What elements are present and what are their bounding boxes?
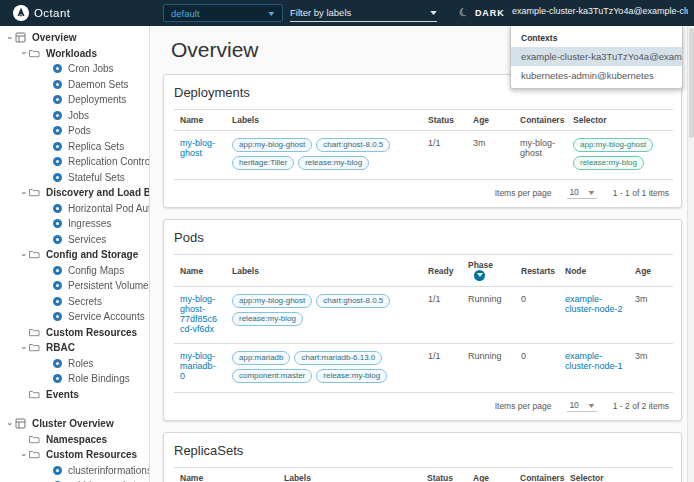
chevron-down-icon[interactable]: ›	[5, 418, 15, 429]
sidebar-item-replica-sets[interactable]: ›Replica Sets	[0, 139, 149, 155]
scrollbar[interactable]	[687, 26, 694, 482]
sidebar-item-role-bindings[interactable]: ›Role Bindings	[0, 371, 149, 387]
sidebar-item-cron-jobs[interactable]: ›Cron Jobs	[0, 61, 149, 77]
cell-text: 3m	[635, 351, 648, 361]
resource-link[interactable]: my-blog-ghost	[180, 138, 215, 158]
sidebar-item-deployments[interactable]: ›Deployments	[0, 92, 149, 108]
column-header-labels: Labels	[226, 110, 422, 131]
items-per-page-select[interactable]: 10▼	[567, 187, 596, 199]
folder-icon	[29, 343, 40, 352]
sidebar-item-jobs[interactable]: ›Jobs	[0, 108, 149, 124]
context-selector[interactable]: example-cluster-ka3TuTzYo4a@example-clus…	[507, 6, 688, 16]
app-header: Octant default ▼ ▼ ☾ DARK example-cluste…	[0, 0, 694, 26]
sidebar-item-label: Replica Sets	[68, 141, 124, 152]
sidebar-item-discovery-and-load-balancing[interactable]: ›Discovery and Load Balancing	[0, 185, 149, 201]
column-header-status: Status	[422, 110, 467, 131]
sidebar-item-label: clusterinformations.crd.projec	[68, 465, 150, 476]
sidebar-item-label: Services	[68, 234, 106, 245]
sidebar-item-workloads[interactable]: ›Workloads	[0, 46, 149, 62]
cell-text: 1/1	[428, 351, 441, 361]
resource-link[interactable]: example-cluster-node-2	[565, 294, 623, 314]
context-option[interactable]: kubernetes-admin@kubernetes	[511, 66, 682, 85]
sidebar-item-config-and-storage[interactable]: ›Config and Storage	[0, 247, 149, 263]
chevron-down-icon[interactable]: ›	[19, 342, 29, 353]
label-badge[interactable]: component:master	[232, 369, 312, 383]
items-per-page-select[interactable]: 10▼	[567, 400, 596, 412]
resource-icon	[53, 157, 62, 166]
sidebar-item-horizontal-pod-autoscalers[interactable]: ›Horizontal Pod Autoscalers	[0, 201, 149, 217]
folder-icon	[29, 450, 40, 459]
sidebar-item-stateful-sets[interactable]: ›Stateful Sets	[0, 170, 149, 186]
sidebar-item-clusterinformations-crd-projec[interactable]: ›clusterinformations.crd.projec	[0, 463, 149, 479]
cell-text: 3m	[635, 294, 648, 304]
chevron-down-icon[interactable]: ›	[19, 249, 29, 260]
sidebar-item-events[interactable]: ›Events	[0, 387, 149, 403]
chevron-down-icon: ▼	[586, 189, 596, 196]
sidebar-item-pods[interactable]: ›Pods	[0, 123, 149, 139]
context-selector-label: example-cluster-ka3TuTzYo4a@example-clus…	[512, 6, 688, 16]
label-badge[interactable]: heritage:Tiller	[232, 156, 294, 170]
sidebar-item-namespaces[interactable]: ›Namespaces	[0, 432, 149, 448]
sidebar-item-label: Custom Resources	[46, 449, 137, 460]
sidebar-item-rbac[interactable]: ›RBAC	[0, 340, 149, 356]
sidebar-item-label: Namespaces	[46, 434, 107, 445]
resource-icon	[53, 111, 62, 120]
resource-link[interactable]: example-cluster-node-1	[565, 351, 623, 371]
sidebar-item-label: Discovery and Load Balancing	[46, 187, 150, 198]
chevron-down-icon[interactable]: ›	[19, 187, 29, 198]
sidebar-item-label: Config Maps	[68, 265, 124, 276]
sidebar-item-label: Stateful Sets	[68, 172, 125, 183]
sidebar-item-config-maps[interactable]: ›Config Maps	[0, 263, 149, 279]
sidebar-item-service-accounts[interactable]: ›Service Accounts	[0, 309, 149, 325]
filter-icon[interactable]	[474, 270, 485, 281]
sidebar-item-csidrivers-csi-storage-k8s-io[interactable]: ›csidrivers.csi.storage.k8s.io	[0, 478, 149, 482]
sidebar-item-roles[interactable]: ›Roles	[0, 356, 149, 372]
scrollbar-thumb[interactable]	[689, 28, 694, 138]
sidebar-item-overview[interactable]: ›Overview	[0, 30, 149, 46]
table-cell: 3m	[629, 287, 673, 344]
resource-link[interactable]: my-blog-mariadb-0	[180, 351, 216, 381]
label-badge[interactable]: app:my-blog-ghost	[232, 294, 312, 308]
context-option[interactable]: example-cluster-ka3TuTzYo4a@example-clu.…	[511, 47, 682, 66]
label-badge[interactable]: release:my-blog	[316, 369, 387, 383]
label-filter-input[interactable]	[290, 7, 420, 18]
sidebar-item-ingresses[interactable]: ›Ingresses	[0, 216, 149, 232]
table-cell: 1/1	[422, 131, 467, 180]
sidebar-item-cluster-overview[interactable]: ›Cluster Overview	[0, 416, 149, 432]
label-badge[interactable]: release:my-blog	[232, 312, 303, 326]
label-badge[interactable]: chart:ghost-8.0.5	[316, 294, 390, 308]
items-per-page-label: Items per page	[495, 188, 552, 198]
sidebar-item-services[interactable]: ›Services	[0, 232, 149, 248]
chevron-down-icon[interactable]: ›	[19, 48, 29, 59]
resource-icon	[53, 297, 62, 306]
namespace-select[interactable]: default ▼	[163, 4, 283, 22]
sidebar-item-secrets[interactable]: ›Secrets	[0, 294, 149, 310]
label-badge[interactable]: chart:ghost-8.0.5	[316, 138, 390, 152]
label-badge[interactable]: chart:mariadb-6.13.0	[294, 351, 382, 365]
label-badge[interactable]: app:mariadb	[232, 351, 290, 365]
sidebar-item-replication-controllers[interactable]: ›Replication Controllers	[0, 154, 149, 170]
chevron-down-icon[interactable]: ›	[19, 449, 29, 460]
column-header-name: Name	[174, 255, 226, 287]
label-badge[interactable]: release:my-blog	[298, 156, 369, 170]
chevron-down-icon[interactable]: ▼	[428, 9, 438, 16]
selector-badge[interactable]: app:my-blog-ghost	[573, 138, 653, 152]
sidebar-item-label: Workloads	[46, 48, 97, 59]
resource-link[interactable]: my-blog-ghost-77df85c6cd-vf6dx	[180, 294, 217, 334]
table-cell: 0	[515, 287, 559, 344]
sidebar-item-persistent-volume-claims[interactable]: ›Persistent Volume Claims	[0, 278, 149, 294]
sidebar-item-daemon-sets[interactable]: ›Daemon Sets	[0, 77, 149, 93]
sidebar-item-custom-resources[interactable]: ›Custom Resources	[0, 325, 149, 341]
main-content: Overview DeploymentsNameLabelsStatusAgeC…	[151, 26, 694, 482]
app-title: Octant	[34, 7, 70, 19]
resource-icon	[53, 95, 62, 104]
sidebar-item-label: Custom Resources	[46, 327, 137, 338]
label-badge[interactable]: app:my-blog-ghost	[232, 138, 312, 152]
sidebar-item-custom-resources[interactable]: ›Custom Resources	[0, 447, 149, 463]
cell-text: my-blog-ghost	[520, 138, 555, 158]
selector-badge[interactable]: release:my-blog	[573, 156, 644, 170]
deployments-table: NameLabelsStatusAgeContainersSelectormy-…	[174, 109, 673, 180]
chevron-down-icon[interactable]: ›	[5, 32, 15, 43]
theme-toggle-button[interactable]: ☾ DARK	[459, 6, 505, 19]
label-filter: ▼	[290, 3, 437, 22]
